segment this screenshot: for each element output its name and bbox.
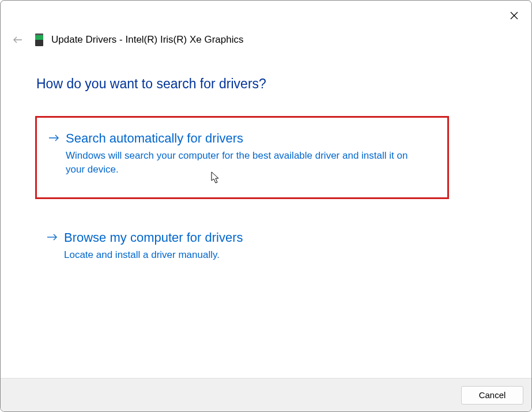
option-description: Windows will search your computer for th…: [66, 149, 423, 177]
option-title: Browse my computer for drivers: [64, 230, 437, 246]
back-arrow-icon: [13, 36, 23, 44]
close-icon: [510, 12, 518, 20]
close-button[interactable]: [505, 6, 523, 25]
back-button: [11, 33, 25, 47]
arrow-right-icon: [48, 130, 60, 147]
cancel-button[interactable]: Cancel: [461, 386, 523, 404]
page-heading: How do you want to search for drivers?: [36, 76, 266, 92]
arrow-right-icon: [47, 230, 58, 246]
option-browse-computer[interactable]: Browse my computer for drivers Locate an…: [35, 217, 449, 283]
option-title: Search automatically for drivers: [66, 130, 436, 147]
device-icon: [35, 33, 43, 46]
option-description: Locate and install a driver manually.: [64, 248, 421, 262]
footer-bar: Cancel: [1, 378, 531, 411]
window-title: Update Drivers - Intel(R) Iris(R) Xe Gra…: [51, 34, 243, 46]
header-row: Update Drivers - Intel(R) Iris(R) Xe Gra…: [11, 33, 243, 47]
option-search-automatically[interactable]: Search automatically for drivers Windows…: [35, 116, 449, 199]
